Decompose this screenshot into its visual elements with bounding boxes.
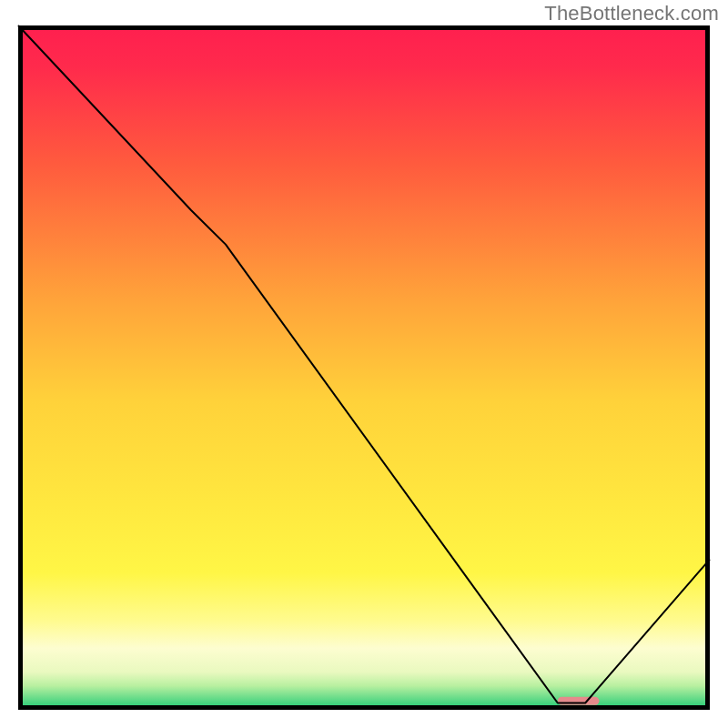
plot-background <box>18 25 710 710</box>
bottleneck-chart <box>0 0 728 728</box>
watermark-text: TheBottleneck.com <box>544 2 719 25</box>
chart-container: TheBottleneck.com <box>0 0 728 728</box>
